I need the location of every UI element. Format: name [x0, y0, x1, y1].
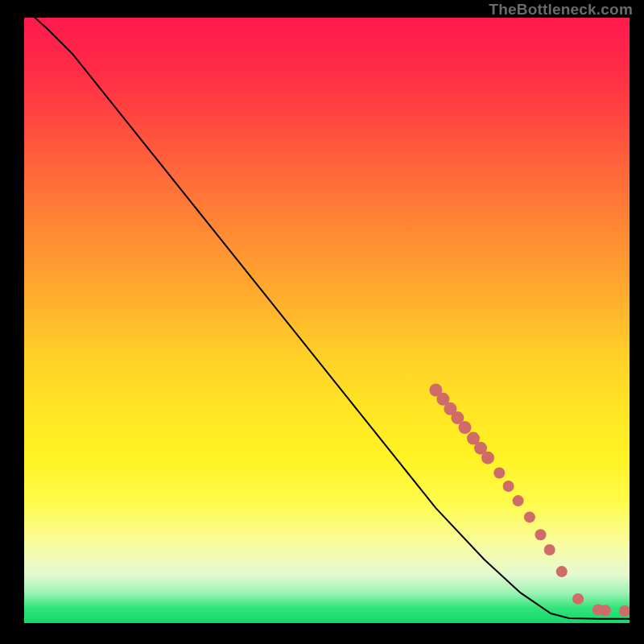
data-dot [513, 495, 524, 506]
attribution-text: TheBottleneck.com [489, 2, 633, 17]
data-dot [474, 442, 487, 455]
data-dot [556, 566, 568, 577]
data-dot [451, 411, 464, 424]
chart-svg [24, 18, 630, 623]
data-dot [592, 605, 604, 616]
data-dot [481, 452, 494, 464]
data-dot [572, 593, 584, 605]
bottleneck-curve [24, 18, 630, 619]
data-dot [429, 384, 442, 397]
data-dots [429, 384, 630, 617]
data-dot [436, 393, 449, 406]
data-dot [493, 468, 505, 479]
data-dot [544, 544, 555, 555]
data-dot [600, 605, 611, 616]
data-dot [467, 432, 480, 445]
chart-stage: TheBottleneck.com [0, 0, 644, 644]
data-dot [524, 511, 535, 522]
data-dot [503, 481, 514, 492]
data-dot [459, 421, 472, 434]
plot-area [24, 18, 630, 623]
data-dot [535, 529, 547, 540]
data-dot [444, 402, 456, 415]
data-dot [619, 605, 630, 617]
